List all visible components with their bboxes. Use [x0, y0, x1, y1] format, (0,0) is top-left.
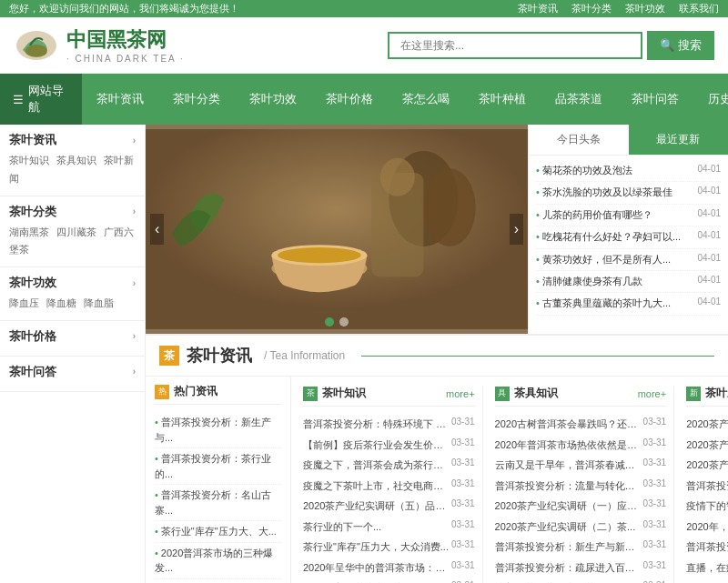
news-item-6[interactable]: 古董茶典里蕴藏的茶叶九大... 04-01	[536, 293, 721, 315]
tw-item-8[interactable]: 从普洱茶收藏到大益茶投资03-31	[495, 578, 667, 583]
nav-item-7[interactable]: 茶叶问答	[617, 82, 693, 116]
nav-item-0[interactable]: 茶叶资讯	[82, 82, 158, 116]
n-item-3[interactable]: 普洱茶投资分析：名山古寨的人心...03-31	[686, 476, 728, 497]
topbar-link-2[interactable]: 茶叶分类	[571, 2, 612, 15]
sidebar-sub-0[interactable]: 茶叶知识	[9, 155, 49, 166]
sidebar-sub-e0[interactable]: 降血压	[9, 297, 39, 308]
tw-item-5[interactable]: 2020茶产业纪实调研（二）茶...03-31	[495, 517, 667, 538]
sidebar-sub-e1[interactable]: 降血糖	[46, 297, 76, 308]
teaware-header: 具 茶具知识 more+	[495, 386, 667, 407]
news-item-2[interactable]: 儿茶的药用价值有哪些？ 04-01	[536, 205, 721, 226]
k-item-6[interactable]: 茶行业"库存"压力大，大众消费...03-31	[303, 537, 475, 558]
section-title-bar: 茶 茶叶资讯 / Tea Information	[146, 334, 728, 377]
news-item-5[interactable]: 清肺健康使身茶有几款 04-01	[536, 271, 721, 293]
sidebar-label-effect[interactable]: 茶叶功效	[9, 275, 56, 291]
top-bar: 您好，欢迎访问我们的网站，我们将竭诚为您提供！ 茶叶资讯 茶叶分类 茶叶功效 联…	[0, 0, 728, 17]
search-input[interactable]	[388, 32, 642, 59]
knowledge-header: 茶 茶叶知识 more+	[303, 386, 475, 407]
tab-recent[interactable]: 最近更新	[629, 125, 729, 155]
k-item-2[interactable]: 疫魔之下，普洱茶会成为茶行业的...03-31	[303, 455, 475, 476]
slider-dot-1[interactable]	[339, 317, 349, 327]
sidebar-sub-1[interactable]: 茶具知识	[56, 155, 96, 166]
k-item-3[interactable]: 疫魔之下茶叶上市，社交电商有望助...03-31	[303, 476, 475, 497]
sidebar-sub-t1[interactable]: 四川藏茶	[56, 226, 96, 237]
tw-item-3[interactable]: 普洱茶投资分析：流量与转化率...03-31	[495, 476, 667, 497]
news-col: 新 茶叶新闻 more+ 2020茶产业纪实调研（三）2020...03-31 …	[679, 386, 728, 583]
n-item-5[interactable]: 2020年，疫情后的茶行业，不敢...03-31	[686, 517, 728, 538]
logo: 中国黑茶网 · CHINA DARK TEA ·	[14, 26, 185, 64]
topbar-link-3[interactable]: 茶叶功效	[625, 2, 665, 15]
nav-item-1[interactable]: 茶叶分类	[158, 82, 235, 116]
topbar-link-4[interactable]: 联系我们	[679, 2, 719, 15]
news-col-icon: 新	[686, 387, 701, 401]
n-item-1[interactable]: 2020茶产业纪实调研（四）疫情...03-31	[686, 435, 728, 456]
tw-item-0[interactable]: 2020古树普洱茶会暴跌吗？还是会...03-31	[495, 414, 667, 435]
tw-item-4[interactable]: 2020茶产业纪实调研（一）应棉...03-31	[495, 496, 667, 517]
teaware-col: 具 茶具知识 more+ 2020古树普洱茶会暴跌吗？还是会...03-31 2…	[488, 386, 675, 583]
k-item-0[interactable]: 普洱茶投资分析：特殊环境下 如何...03-31	[303, 414, 475, 435]
tab-today[interactable]: 今日头条	[529, 125, 629, 155]
k-item-8[interactable]: 2020年普洱茶产业纪实调研（一）微...03-31	[303, 578, 475, 583]
slider-dot-0[interactable]	[325, 317, 334, 327]
sidebar-label-qa[interactable]: 茶叶问答	[9, 364, 56, 380]
n-item-0[interactable]: 2020茶产业纪实调研（三）2020...03-31	[686, 414, 728, 435]
knowledge-col: 茶 茶叶知识 more+ 普洱茶投资分析：特殊环境下 如何...03-31 【前…	[296, 386, 483, 583]
n-item-2[interactable]: 2020茶产业纪实调研（四）疫情...03-31	[686, 455, 728, 476]
search-button[interactable]: 🔍 搜索	[647, 31, 714, 60]
k-item-1[interactable]: 【前例】疫后茶行业会发生价格战...03-31	[303, 435, 475, 456]
k-item-7[interactable]: 2020年呈华中的普洱茶市场：这几...03-31	[303, 558, 475, 578]
sidebar-sub-type: 湖南黑茶 四川藏茶 广西六堡茶	[9, 224, 136, 260]
n-item-4[interactable]: 疫情下的警示录：茶行业"那"...03-31	[686, 496, 728, 517]
teaware-more[interactable]: more+	[638, 388, 667, 399]
svg-point-1	[25, 45, 47, 57]
hot-item-0[interactable]: 普洱茶投资分析：新生产与...	[155, 412, 281, 448]
section-cn: 茶叶资讯	[187, 345, 252, 367]
n-item-7[interactable]: 直播，在疫情茶行业，可以...03-31	[686, 558, 728, 578]
k-item-5[interactable]: 茶行业的下一个...03-31	[303, 517, 475, 538]
nav-item-2[interactable]: 茶叶功效	[235, 82, 311, 116]
hot-item-3[interactable]: 茶行业"库存"压力大、大...	[155, 521, 281, 543]
news-panel: 今日头条 最近更新 菊花茶的功效及泡法 04-01 茶水洗脸的功效及以绿茶最佳 …	[528, 125, 728, 334]
search-bar: 🔍 搜索	[388, 31, 714, 60]
news-item-4[interactable]: 黄茶功效好，但不是所有人... 04-01	[536, 249, 721, 271]
sidebar-label-type[interactable]: 茶叶分类	[9, 204, 56, 220]
sidebar-sub-effect: 降血压 降血糖 降血脂	[9, 295, 136, 313]
nav-item-6[interactable]: 品茶茶道	[541, 82, 617, 116]
hot-item-1[interactable]: 普洱茶投资分析：茶行业的...	[155, 448, 281, 485]
tw-item-7[interactable]: 普洱茶投资分析：疏尿进入百元茶...03-31	[495, 558, 667, 578]
nav-item-8[interactable]: 历史文化	[693, 82, 728, 116]
nav-item-4[interactable]: 茶怎么喝	[388, 82, 464, 116]
hot-item-5[interactable]: 2020古树春茶会暴涨吗？还...	[155, 579, 281, 584]
sidebar-label-news[interactable]: 茶叶资讯	[9, 132, 56, 148]
sidebar-title-type: 茶叶分类 ›	[9, 204, 136, 220]
sidebar-section-price: 茶叶价格 ›	[0, 321, 145, 357]
arrow-icon-2: ›	[133, 206, 136, 216]
hot-item-2[interactable]: 普洱茶投资分析：名山古寨...	[155, 485, 281, 521]
hot-news-header: 热 热门资讯	[155, 384, 281, 405]
knowledge-more[interactable]: more+	[446, 388, 475, 399]
tw-item-6[interactable]: 普洱茶投资分析：新生产与新销售...03-31	[495, 537, 667, 558]
sidebar-title-news: 茶叶资讯 ›	[9, 132, 136, 148]
sidebar-title-qa: 茶叶问答 ›	[9, 364, 136, 380]
hot-news-title: 热门资讯	[174, 384, 217, 399]
sidebar-sub-t0[interactable]: 湖南黑茶	[9, 226, 49, 237]
tw-item-2[interactable]: 云南又是干旱年，普洱茶春减减产注...03-31	[495, 455, 667, 476]
sidebar-sub-e2[interactable]: 降血脂	[84, 297, 114, 308]
news-item-1[interactable]: 茶水洗脸的功效及以绿茶最佳 04-01	[536, 182, 721, 204]
nav-item-5[interactable]: 茶叶种植	[464, 82, 541, 116]
news-item-0[interactable]: 菊花茶的功效及泡法 04-01	[536, 160, 721, 182]
nav: ☰ 网站导航 茶叶资讯 茶叶分类 茶叶功效 茶叶价格 茶怎么喝 茶叶种植 品茶茶…	[0, 74, 728, 125]
k-item-4[interactable]: 2020茶产业纪实调研（五）品牌如...03-31	[303, 496, 475, 517]
tw-item-1[interactable]: 2020年普洱茶市场热依依然是否能...03-31	[495, 435, 667, 456]
hot-item-4[interactable]: 2020普洱茶市场的三种爆发...	[155, 543, 281, 579]
topbar-link-1[interactable]: 茶叶资讯	[518, 2, 558, 15]
nav-item-3[interactable]: 茶叶价格	[311, 82, 388, 116]
search-icon: 🔍	[660, 38, 674, 52]
nav-guide[interactable]: ☰ 网站导航	[0, 74, 82, 125]
news-item-3[interactable]: 吃槐花有什么好处？孕妇可以... 04-01	[536, 226, 721, 248]
slider-prev-button[interactable]: ‹	[150, 214, 164, 245]
slider-next-button[interactable]: ›	[510, 214, 523, 245]
n-item-6[interactable]: 普洱茶投资分析：破局之道，把茶...03-31	[686, 537, 728, 558]
content-area: ‹ › 今日头条 最近更新 菊花茶的功效及泡法 04-01	[146, 125, 728, 583]
sidebar-label-price[interactable]: 茶叶价格	[9, 328, 56, 345]
